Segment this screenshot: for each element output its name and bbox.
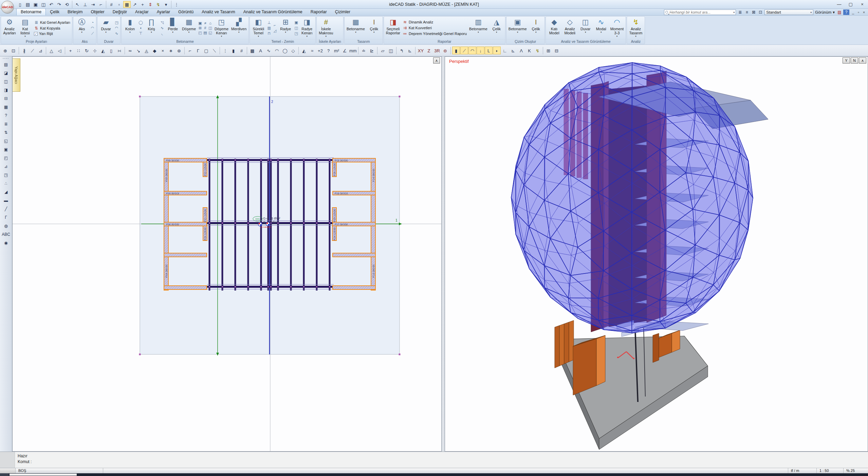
pages-icon[interactable]: ◫ [387, 47, 395, 54]
table-add-icon[interactable]: ⊞ [544, 47, 552, 54]
extend-icon[interactable]: ⇥ [89, 1, 97, 8]
small-tool-icon[interactable]: ∿ [160, 25, 165, 30]
level-icon[interactable]: ≐ [360, 47, 368, 54]
small-tool-icon[interactable]: ≠ [203, 21, 208, 25]
object-edit-icon[interactable]: ◨ [2, 86, 11, 94]
small-tool-icon[interactable]: ◯ [138, 20, 143, 25]
layer-up-icon[interactable]: ≣ [737, 10, 743, 15]
small-tool-icon[interactable]: ◳ [114, 20, 119, 25]
analysis-bolt-icon[interactable]: ↯ [154, 1, 162, 8]
layer-down-icon[interactable]: ≡ [744, 10, 750, 15]
kat-kuvvetleri-button[interactable]: ⇉Kat Kuvvetleri [403, 25, 467, 30]
chart-2-icon[interactable]: Λ [517, 47, 525, 54]
paste-floor-icon[interactable]: ◫ [2, 78, 11, 86]
record-icon[interactable]: ▨ [836, 10, 843, 15]
magic-wand-icon[interactable]: ⟍ [210, 47, 218, 54]
search-input[interactable] [668, 10, 733, 14]
materials-icon[interactable]: ◍ [2, 222, 11, 230]
analiz-ayarlari-button[interactable]: ⚙AnalizAyarları [2, 17, 17, 39]
level-mark-icon[interactable]: ⊵ [368, 47, 376, 54]
undo-icon[interactable]: ↶ [48, 1, 55, 8]
perspective-drawing[interactable] [445, 57, 867, 451]
snap-cross-icon[interactable]: + [139, 1, 146, 8]
cizim-celik-button[interactable]: IÇelik▾ [529, 17, 543, 39]
minimize-button[interactable]: — [833, 2, 845, 7]
child-close-button[interactable]: × [861, 10, 867, 14]
model-highlight-icon[interactable]: ▦ [123, 1, 131, 8]
find-icon[interactable]: ◉ [2, 239, 11, 247]
storey-copy-icon[interactable]: ⇅ [2, 129, 11, 137]
corner-icon[interactable]: ⌐ [97, 1, 105, 8]
center-icon[interactable]: ⊹ [91, 47, 99, 54]
menu-tab[interactable]: Birleşim [63, 9, 87, 15]
search-dropdown-icon[interactable]: ▾ [733, 11, 735, 14]
poly-view-icon[interactable]: ◗ [493, 47, 501, 54]
points-icon[interactable]: ∴ [2, 180, 11, 188]
area-icon[interactable]: m² [333, 47, 340, 54]
rect-select-icon[interactable]: ▢ [202, 47, 210, 54]
select-icon[interactable]: ↖ [74, 1, 81, 8]
frame-3d-icon[interactable]: ▫ [115, 1, 123, 8]
small-tool-icon[interactable]: ⊥ [266, 20, 272, 25]
marquee-icon[interactable]: ◰ [2, 154, 11, 162]
arc-icon[interactable]: ◠ [273, 47, 281, 54]
table-icon[interactable]: ⊟ [553, 47, 560, 54]
dome-view-icon[interactable]: ◠ [468, 47, 476, 54]
small-tool-icon[interactable]: ⌂ [208, 21, 213, 25]
copy-floor-icon[interactable]: ◪ [2, 69, 11, 77]
trim-icon[interactable]: ≂ [126, 47, 134, 54]
grid-edit-icon[interactable]: ▦ [2, 103, 11, 111]
small-tool-icon[interactable]: ▣ [294, 20, 299, 25]
save-all-icon[interactable]: ◫ [40, 1, 47, 8]
collapse-view-button[interactable]: ∧ [859, 57, 866, 64]
add-2d-icon[interactable]: +2 [316, 47, 324, 54]
small-tool-icon[interactable]: ▤ [203, 30, 208, 35]
deprem-y-netmeli-i-genel-raporu-button[interactable]: ≔Deprem Yönetmeliği Genel Raporu [403, 31, 467, 36]
mesh-icon[interactable]: # [238, 47, 245, 54]
child-restore-button[interactable]: ▫ [856, 10, 861, 14]
menu-tab[interactable]: Objeler [87, 9, 108, 15]
chart-k-icon[interactable]: K [525, 47, 533, 54]
modal-button[interactable]: ∿Modal▾ [594, 17, 609, 39]
menu-tab[interactable]: Çelik [46, 9, 63, 15]
status-zoom[interactable]: % 25 [843, 468, 868, 473]
text-icon[interactable]: A [257, 47, 264, 54]
radye-button[interactable]: ⊞Radye▾ [278, 17, 293, 39]
toolbar-handle[interactable]: •••• [3, 57, 9, 60]
new-file-icon[interactable]: ▯ [16, 1, 24, 8]
compass-icon[interactable]: △ [48, 47, 55, 54]
save-icon[interactable]: ▣ [32, 1, 39, 8]
small-tool-icon[interactable]: ◿ [272, 28, 277, 33]
l-view-icon[interactable]: L [485, 47, 493, 54]
menu-tab[interactable]: Araçlar [131, 9, 153, 15]
column-view-icon[interactable]: ▮ [452, 47, 460, 54]
menu-tab[interactable]: Analiz ve Tasarım Görüntüleme [239, 9, 307, 15]
small-tool-icon[interactable]: ⊞ [198, 25, 203, 30]
small-tool-icon[interactable]: ◔ [90, 20, 95, 25]
ucs-rotate-icon[interactable]: ↰ [398, 47, 406, 54]
slope-icon[interactable]: ◭ [300, 47, 308, 54]
chart-n-icon[interactable]: ∟ [501, 47, 509, 54]
tasarim-celik-button[interactable]: IÇelik▾ [367, 17, 382, 39]
small-tool-icon[interactable]: ▥ [266, 25, 272, 30]
auto-label-icon[interactable]: ABC [2, 231, 11, 239]
pin-view-icon[interactable]: ↓ [477, 47, 484, 54]
analiz-tasarim-button[interactable]: ↯AnalizTasarım▾ [628, 17, 643, 39]
kolon-button[interactable]: ▮Kolon▾ [123, 17, 137, 39]
small-tool-icon[interactable]: ◫ [208, 25, 213, 30]
overflow-icon[interactable]: ⋮ [173, 1, 180, 8]
mm-icon[interactable]: mm [349, 47, 357, 54]
n-view-button[interactable]: N [851, 57, 858, 64]
plan-collapse-button[interactable]: ∧ [433, 57, 440, 64]
node-icon[interactable]: ⊛ [175, 47, 183, 54]
query-icon[interactable]: ? [325, 47, 332, 54]
measure-query-icon[interactable]: ? [2, 112, 11, 120]
rotate-icon[interactable]: ↻ [83, 47, 91, 54]
chart-p-icon[interactable]: ⊾ [509, 47, 517, 54]
doseme-button[interactable]: ▦Döşeme▾ [181, 17, 197, 39]
paint-icon[interactable]: ◆ [151, 47, 159, 54]
grid-icon[interactable]: # [108, 1, 115, 8]
status-scale[interactable]: 1 : 50 [816, 468, 843, 473]
yar-rijit-button[interactable]: ✓Yarı Rijit [34, 32, 70, 36]
xy-constraint-icon[interactable]: XY [417, 47, 425, 54]
